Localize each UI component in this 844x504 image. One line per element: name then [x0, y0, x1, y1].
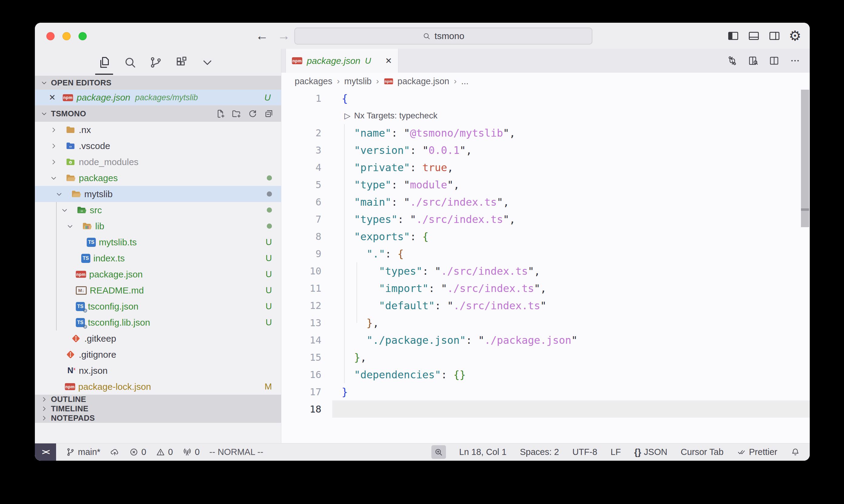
status-utf-8[interactable]: UTF-8: [572, 447, 597, 457]
compare-changes-icon[interactable]: [727, 55, 738, 66]
codelens-nx-targets[interactable]: ▷Nx Targets: typecheck: [281, 107, 810, 124]
code-line-12[interactable]: 12 "default": "./src/index.ts": [281, 297, 810, 314]
forward-button[interactable]: →: [277, 29, 290, 43]
status-braces[interactable]: {}JSON: [634, 447, 667, 457]
breadcrumb-item[interactable]: mytslib: [344, 76, 372, 86]
status-double-check[interactable]: Prettier: [737, 447, 777, 457]
status-broadcast[interactable]: 0: [183, 447, 200, 457]
status-cloud-upload[interactable]: [110, 447, 119, 457]
zoom-window-button[interactable]: [79, 32, 87, 40]
status-spaces-2[interactable]: Spaces: 2: [520, 447, 559, 457]
code-line-14[interactable]: 14 "./package.json": "./package.json": [281, 331, 810, 348]
activity-explorer[interactable]: [91, 49, 117, 76]
tree-item-node_modules[interactable]: jsnode_modules: [35, 154, 281, 170]
code-line-11[interactable]: 11 "import": "./src/index.ts",: [281, 280, 810, 297]
activity-search[interactable]: [117, 49, 143, 76]
project-section-header[interactable]: TSMONO: [35, 105, 281, 122]
status-normal[interactable]: -- NORMAL --: [209, 447, 263, 457]
tree-item-lib[interactable]: lib: [35, 218, 281, 234]
status-bell[interactable]: [791, 447, 800, 457]
folder-open-tan-icon: [65, 173, 76, 183]
close-tab-icon[interactable]: ✕: [385, 56, 392, 66]
activity-source-control[interactable]: [143, 49, 169, 76]
toggle-panel-left-icon[interactable]: [727, 30, 739, 42]
tree-item-.gitignore[interactable]: .gitignore: [35, 346, 281, 363]
scrollbar-thumb[interactable]: [801, 90, 809, 227]
status-lf[interactable]: LF: [610, 447, 621, 457]
back-button[interactable]: ←: [256, 29, 268, 43]
code-line-5[interactable]: 5 "type": "module",: [281, 176, 810, 193]
split-editor-icon[interactable]: [769, 55, 780, 66]
settings-gear-icon[interactable]: ⚙: [789, 29, 801, 43]
tree-item-packages[interactable]: packages: [35, 170, 281, 186]
open-editor-item[interactable]: ✕ npm package.json packages/mytslib U: [35, 90, 281, 105]
status-cursor-tab[interactable]: Cursor Tab: [681, 447, 723, 457]
status-zoom-plus[interactable]: [431, 445, 446, 459]
more-icon[interactable]: [789, 55, 800, 66]
activity-extensions[interactable]: [169, 49, 194, 76]
desktop: ← → tsmono ⚙ OPEN EDITORS ✕ npm package.…: [0, 0, 844, 504]
code-line-9[interactable]: 9 ".": {: [281, 245, 810, 262]
tab-package-json[interactable]: npm package.json U ✕: [286, 49, 398, 73]
tree-item-.nx[interactable]: .nx: [35, 122, 281, 138]
remote-indicator[interactable]: ><: [35, 444, 56, 461]
open-editors-header[interactable]: OPEN EDITORS: [35, 76, 281, 90]
indent-guide: [56, 202, 57, 330]
chevron-right-icon: [50, 142, 57, 150]
tree-item-package.json[interactable]: npmpackage.jsonU: [35, 266, 281, 282]
breadcrumb-item[interactable]: npmpackage.json: [383, 76, 449, 86]
bell-icon: [791, 447, 800, 457]
breadcrumb-item[interactable]: packages: [295, 76, 332, 86]
new-folder-icon[interactable]: [231, 109, 242, 119]
breadcrumb-item[interactable]: ...: [461, 76, 468, 86]
cloud-upload-icon: [110, 447, 119, 457]
status-branch[interactable]: main*: [66, 447, 100, 457]
code-line-17[interactable]: 17}: [281, 383, 810, 400]
collapse-all-icon[interactable]: [264, 109, 274, 119]
code-line-1[interactable]: 1{: [281, 90, 810, 107]
open-preview-icon[interactable]: [747, 55, 759, 66]
activity-more-views[interactable]: [194, 49, 220, 76]
code-line-16[interactable]: 16 "dependencies": {}: [281, 366, 810, 383]
code-line-15[interactable]: 15 },: [281, 348, 810, 366]
close-window-button[interactable]: [46, 32, 55, 40]
tree-item-tsconfig.lib.json[interactable]: TS⚙tsconfig.lib.jsonU: [35, 314, 281, 330]
tree-item-.gitkeep[interactable]: .gitkeep: [35, 330, 281, 346]
refresh-icon[interactable]: [248, 109, 258, 119]
tree-item-tsconfig.json[interactable]: TS⚙tsconfig.jsonU: [35, 298, 281, 314]
line-number: 9: [281, 245, 332, 262]
minimize-window-button[interactable]: [63, 32, 71, 40]
tree-item-README.md[interactable]: M↓README.mdU: [35, 282, 281, 298]
code-line-6[interactable]: 6 "main": "./src/index.ts",: [281, 193, 810, 211]
git-status-badge: U: [265, 237, 272, 247]
code-line-7[interactable]: 7 "types": "./src/index.ts",: [281, 211, 810, 228]
section-notepads[interactable]: NOTEPADS: [35, 413, 281, 423]
section-timeline[interactable]: TIMELINE: [35, 404, 281, 413]
tree-item-.vscode[interactable]: ‹›.vscode: [35, 138, 281, 154]
code-line-2[interactable]: 2 "name": "@tsmono/mytslib",: [281, 124, 810, 141]
code-editor[interactable]: 1{▷Nx Targets: typecheck2 "name": "@tsmo…: [281, 90, 810, 443]
tree-item-src[interactable]: ‹›src: [35, 202, 281, 218]
search-icon: [422, 32, 431, 40]
tree-item-nx.json[interactable]: Nxnx.json: [35, 363, 281, 379]
code-line-4[interactable]: 4 "private": true,: [281, 159, 810, 176]
toggle-panel-right-icon[interactable]: [768, 30, 781, 42]
chevron-right-icon: [50, 158, 57, 166]
code-line-13[interactable]: 13 },: [281, 314, 810, 331]
code-line-18[interactable]: 18: [281, 400, 810, 418]
tree-item-mytslib[interactable]: mytslib: [35, 186, 281, 202]
tree-item-mytslib.ts[interactable]: TSmytslib.tsU: [35, 234, 281, 250]
toggle-panel-bottom-icon[interactable]: [747, 30, 760, 42]
status-warning[interactable]: 0: [156, 447, 173, 457]
code-line-8[interactable]: 8 "exports": {: [281, 228, 810, 245]
command-center-search[interactable]: tsmono: [294, 28, 592, 44]
tree-item-index.ts[interactable]: TSindex.tsU: [35, 250, 281, 266]
code-line-3[interactable]: 3 "version": "0.0.1",: [281, 141, 810, 159]
status-ln-18-col-1[interactable]: Ln 18, Col 1: [459, 447, 506, 457]
new-file-icon[interactable]: [216, 109, 226, 119]
code-line-10[interactable]: 10 "types": "./src/index.ts",: [281, 262, 810, 280]
close-editor-icon[interactable]: ✕: [49, 93, 63, 102]
status-error[interactable]: 0: [129, 447, 146, 457]
section-outline[interactable]: OUTLINE: [35, 395, 281, 404]
tree-item-package-lock.json[interactable]: npmpackage-lock.jsonM: [35, 379, 281, 395]
